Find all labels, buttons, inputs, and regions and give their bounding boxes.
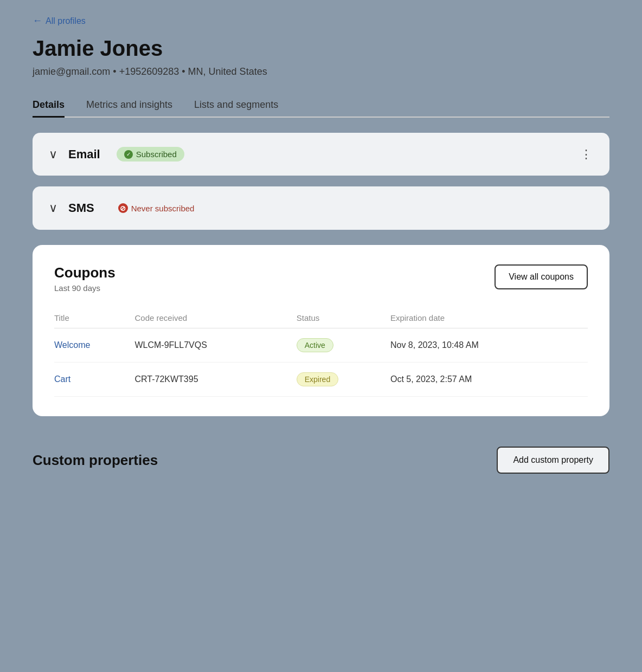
coupon-code-cart: CRT-72KWT395 [134, 363, 296, 397]
email-status-badge: ✓ Subscribed [117, 147, 184, 161]
coupon-title-welcome[interactable]: Welcome [54, 340, 90, 350]
sms-card-left: ∨ SMS ⊘ Never subscribed [49, 201, 202, 216]
coupon-expiry-welcome: Nov 8, 2023, 10:48 AM [390, 328, 588, 363]
coupons-table-header-row: Title Code received Status Expiration da… [54, 308, 588, 328]
sms-chevron-icon[interactable]: ∨ [49, 201, 57, 215]
top-section: ← All profiles Jamie Jones jamie@gmail.c… [0, 0, 642, 118]
col-header-status: Status [297, 308, 390, 328]
view-all-coupons-button[interactable]: View all coupons [495, 264, 588, 289]
email-menu-icon[interactable]: ⋮ [580, 147, 593, 161]
page-wrapper: ← All profiles Jamie Jones jamie@gmail.c… [0, 0, 642, 672]
profile-meta: jamie@gmail.com • +1952609283 • MN, Unit… [33, 66, 609, 77]
coupons-header: Coupons Last 90 days View all coupons [54, 264, 588, 293]
profile-email: jamie@gmail.com [33, 66, 110, 77]
sms-status-badge: ⊘ Never subscribed [111, 201, 202, 216]
cards-section: ∨ Email ✓ Subscribed ⋮ ∨ SMS ⊘ Never sub… [0, 118, 642, 245]
tabs: Details Metrics and insights Lists and s… [33, 93, 609, 118]
col-header-title: Title [54, 308, 134, 328]
never-subscribed-icon: ⊘ [118, 203, 128, 213]
sms-card-title: SMS [68, 201, 94, 215]
col-header-expiration: Expiration date [390, 308, 588, 328]
subscribed-check-icon: ✓ [124, 150, 133, 159]
coupon-row-cart: Cart CRT-72KWT395 Expired Oct 5, 2023, 2… [54, 363, 588, 397]
custom-props-title: Custom properties [33, 452, 158, 469]
profile-name: Jamie Jones [33, 36, 609, 61]
email-subscription-card: ∨ Email ✓ Subscribed ⋮ [33, 133, 609, 176]
col-header-code: Code received [134, 308, 296, 328]
coupon-title-cart[interactable]: Cart [54, 374, 70, 384]
sms-subscription-card: ∨ SMS ⊘ Never subscribed [33, 186, 609, 230]
coupons-table: Title Code received Status Expiration da… [54, 308, 588, 397]
back-link[interactable]: ← All profiles [33, 15, 609, 27]
tab-details[interactable]: Details [33, 94, 65, 118]
coupons-wrapper: Coupons Last 90 days View all coupons Ti… [0, 245, 642, 416]
profile-location: MN, United States [188, 66, 267, 77]
coupons-subtitle: Last 90 days [54, 283, 115, 293]
add-custom-property-button[interactable]: Add custom property [497, 447, 609, 474]
profile-phone: +1952609283 [119, 66, 179, 77]
coupon-status-cart: Expired [297, 372, 338, 386]
custom-properties-section: Custom properties Add custom property [0, 427, 642, 495]
coupon-row-welcome: Welcome WLCM-9FLL7VQS Active Nov 8, 2023… [54, 328, 588, 363]
email-card-title: Email [68, 147, 100, 161]
tab-metrics[interactable]: Metrics and insights [86, 94, 172, 118]
back-link-label: All profiles [46, 16, 86, 26]
coupon-status-welcome: Active [297, 338, 333, 352]
coupons-title: Coupons [54, 264, 115, 281]
email-status-label: Subscribed [136, 150, 177, 159]
custom-props-header: Custom properties Add custom property [33, 447, 609, 474]
sms-status-label: Never subscribed [131, 204, 195, 213]
email-card-left: ∨ Email ✓ Subscribed [49, 147, 184, 161]
coupons-section: Coupons Last 90 days View all coupons Ti… [33, 245, 609, 416]
back-arrow-icon: ← [33, 15, 42, 27]
coupon-code-welcome: WLCM-9FLL7VQS [134, 328, 296, 363]
coupon-expiry-cart: Oct 5, 2023, 2:57 AM [390, 363, 588, 397]
email-chevron-icon[interactable]: ∨ [49, 147, 57, 161]
coupons-header-left: Coupons Last 90 days [54, 264, 115, 293]
tab-lists[interactable]: Lists and segments [194, 94, 278, 118]
